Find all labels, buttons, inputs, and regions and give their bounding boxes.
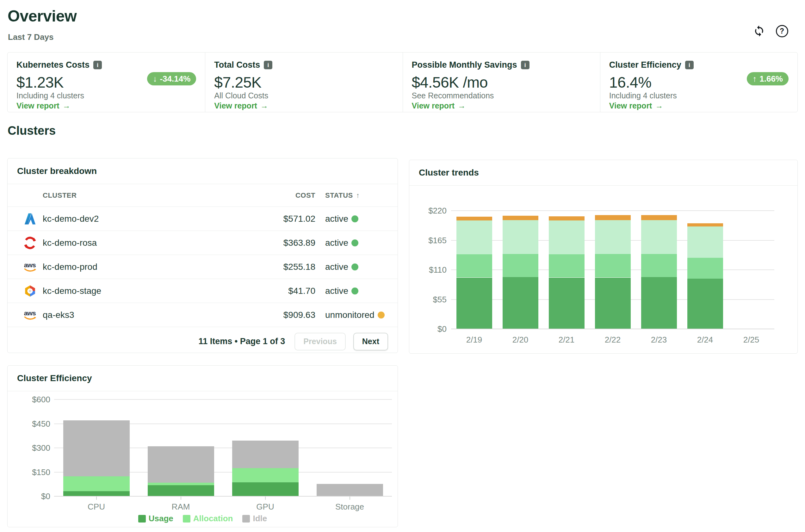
- overview-page: Overview Last 7 Days ? Kubernetes Costsi…: [0, 0, 805, 532]
- view-report-link[interactable]: View report→: [214, 101, 268, 110]
- x-axis-tick-label: 2/23: [636, 335, 682, 345]
- legend-item-allocation[interactable]: Allocation: [183, 514, 233, 524]
- legend-item-usage[interactable]: Usage: [138, 514, 173, 524]
- stat-label-text: Possible Monthly Savings: [412, 60, 517, 70]
- help-button[interactable]: ?: [775, 24, 789, 38]
- cluster-trends-card: Cluster trends $0$55$110$165$2202/192/20…: [409, 160, 798, 354]
- segment-2-bar-segment[interactable]: [641, 254, 677, 277]
- segment-4-bar-segment[interactable]: [503, 216, 538, 220]
- x-axis-tick-label: 2/19: [451, 335, 497, 345]
- view-report-link[interactable]: View report→: [609, 101, 663, 110]
- segment-1-bar-segment[interactable]: [456, 278, 492, 329]
- column-header-cost[interactable]: COST: [277, 191, 315, 200]
- segment-1-bar-segment[interactable]: [503, 277, 538, 329]
- stat-label-text: Cluster Efficiency: [609, 60, 681, 70]
- y-axis-tick-label: $300: [7, 443, 50, 453]
- table-row[interactable]: aws qa-eks3 $909.63 unmonitored: [7, 303, 398, 327]
- x-axis-tick-label: 2/24: [682, 335, 728, 345]
- segment-3-bar-segment[interactable]: [456, 221, 492, 254]
- table-row[interactable]: kc-demo-rosa $363.89 active: [7, 231, 398, 255]
- segment-4-bar-segment[interactable]: [641, 215, 677, 220]
- Usage-bar-segment[interactable]: [232, 482, 299, 496]
- Idle-bar-segment[interactable]: [148, 446, 214, 483]
- segment-4-bar-segment[interactable]: [456, 217, 492, 221]
- Idle-bar-segment[interactable]: [317, 484, 383, 496]
- info-icon[interactable]: i: [264, 61, 272, 69]
- info-icon[interactable]: i: [685, 61, 694, 69]
- status-dot: [351, 287, 358, 294]
- segment-2-bar-segment[interactable]: [503, 254, 538, 277]
- cluster-status: active: [325, 238, 388, 248]
- status-dot: [378, 311, 385, 319]
- arrow-down-icon: ↓: [153, 74, 157, 84]
- Idle-bar-segment[interactable]: [232, 441, 299, 468]
- delta-badge: ↑1.66%: [747, 72, 789, 86]
- segment-3-bar-segment[interactable]: [687, 226, 723, 258]
- chart-legend: UsageAllocationIdle: [7, 514, 398, 524]
- x-axis-tick-label: RAM: [138, 502, 223, 512]
- status-label: unmonitored: [325, 310, 375, 320]
- view-report-link[interactable]: View report→: [412, 101, 466, 110]
- segment-2-bar-segment[interactable]: [456, 254, 492, 278]
- table-footer: 11 Items • Page 1 of 3 Previous Next: [7, 327, 398, 356]
- Idle-bar-segment[interactable]: [63, 420, 130, 476]
- stat-card-kubernetes-costs: Kubernetes Costsi $1.23K ↓-34.14% Includ…: [7, 53, 205, 112]
- Allocation-bar-segment[interactable]: [63, 476, 130, 491]
- status-header-label: STATUS: [325, 191, 353, 200]
- status-label: active: [325, 238, 348, 248]
- delta-value: -34.14%: [160, 74, 190, 84]
- Allocation-bar-segment[interactable]: [148, 483, 214, 485]
- info-icon[interactable]: i: [93, 61, 102, 69]
- status-dot: [351, 240, 358, 246]
- cluster-name: kc-demo-stage: [43, 286, 277, 296]
- table-row[interactable]: kc-demo-dev2 $571.02 active: [7, 207, 398, 231]
- cluster-cost: $909.63: [277, 310, 315, 320]
- segment-3-bar-segment[interactable]: [595, 220, 631, 254]
- cluster-efficiency-chart: $0$150$300$450$600CPURAMGPUStorageUsageA…: [7, 366, 398, 527]
- x-axis-tick-label: 2/20: [497, 335, 543, 345]
- gridline: [54, 399, 392, 400]
- segment-4-bar-segment[interactable]: [687, 223, 723, 226]
- x-axis-tick-label: 2/21: [543, 335, 590, 345]
- page-title: Overview: [7, 7, 77, 25]
- view-report-link[interactable]: View report→: [16, 101, 71, 110]
- segment-1-bar-segment[interactable]: [549, 278, 584, 329]
- segment-4-bar-segment[interactable]: [549, 216, 584, 221]
- segment-1-bar-segment[interactable]: [595, 278, 631, 329]
- segment-2-bar-segment[interactable]: [687, 258, 723, 279]
- table-row[interactable]: aws kc-demo-prod $255.18 active: [7, 255, 398, 279]
- status-dot: [351, 264, 358, 270]
- previous-page-button[interactable]: Previous: [294, 333, 346, 350]
- segment-4-bar-segment[interactable]: [595, 215, 631, 220]
- gridline: [451, 329, 774, 329]
- table-row[interactable]: kc-demo-stage $41.70 active: [7, 279, 398, 303]
- y-axis-tick-label: $150: [7, 467, 50, 477]
- arrow-up-icon: ↑: [752, 74, 756, 84]
- cluster-breakdown-title: Cluster breakdown: [7, 158, 398, 184]
- segment-3-bar-segment[interactable]: [503, 220, 538, 254]
- next-page-button[interactable]: Next: [353, 333, 388, 350]
- segment-2-bar-segment[interactable]: [595, 254, 631, 278]
- cluster-status: active: [325, 214, 388, 224]
- legend-item-idle[interactable]: Idle: [242, 514, 267, 524]
- Allocation-bar-segment[interactable]: [232, 468, 299, 482]
- x-axis-tick: [180, 497, 181, 500]
- stat-card-total-costs: Total Costsi $7.25K All Cloud Costs View…: [205, 53, 402, 112]
- legend-swatch: [242, 515, 250, 522]
- status-label: active: [325, 262, 348, 272]
- segment-1-bar-segment[interactable]: [641, 277, 677, 329]
- column-header-cluster[interactable]: CLUSTER: [43, 191, 277, 200]
- segment-1-bar-segment[interactable]: [687, 279, 723, 329]
- segment-3-bar-segment[interactable]: [549, 221, 584, 254]
- Usage-bar-segment[interactable]: [148, 485, 214, 496]
- Usage-bar-segment[interactable]: [63, 491, 130, 496]
- info-icon[interactable]: i: [521, 61, 530, 69]
- x-axis-tick: [96, 497, 97, 500]
- segment-3-bar-segment[interactable]: [641, 220, 677, 254]
- segment-2-bar-segment[interactable]: [549, 254, 584, 278]
- cluster-name: kc-demo-prod: [43, 262, 277, 272]
- gcp-icon: [22, 283, 38, 299]
- refresh-button[interactable]: [752, 24, 766, 38]
- view-report-label: View report: [214, 101, 257, 110]
- column-header-status[interactable]: STATUS↑: [325, 191, 388, 200]
